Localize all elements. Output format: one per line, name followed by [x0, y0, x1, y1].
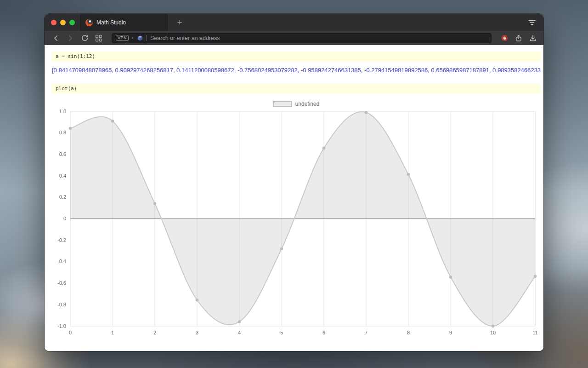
svg-text:-1.0: -1.0	[57, 323, 66, 329]
url-input[interactable]	[150, 35, 487, 41]
url-separator	[147, 35, 147, 41]
svg-text:10: 10	[490, 330, 496, 335]
new-tab-button[interactable]: +	[174, 18, 185, 27]
code-cell-input-1[interactable]: a = sin(1:12)	[52, 52, 541, 62]
svg-text:11: 11	[532, 330, 537, 335]
svg-text:5: 5	[280, 330, 283, 335]
svg-text:0.4: 0.4	[59, 173, 66, 178]
svg-text:4: 4	[238, 330, 241, 335]
svg-text:8: 8	[407, 330, 410, 335]
tab-list-icon[interactable]	[528, 18, 536, 27]
titlebar[interactable]: Math Studio +	[45, 14, 543, 31]
svg-text:1: 1	[111, 330, 114, 335]
vpn-badge[interactable]: VPN	[116, 35, 129, 41]
svg-text:2: 2	[153, 330, 156, 335]
legend-swatch	[273, 101, 292, 107]
legend-label: undefined	[295, 101, 320, 107]
tab-math-studio[interactable]: Math Studio	[80, 14, 168, 31]
cell-output-array: [0.8414709848078965, 0.9092974268256817,…	[52, 66, 541, 75]
forward-button[interactable]	[66, 34, 74, 42]
svg-text:0: 0	[63, 216, 66, 221]
close-window-button[interactable]	[51, 20, 57, 25]
minimize-window-button[interactable]	[60, 20, 66, 25]
tab-title: Math Studio	[96, 19, 126, 26]
plot-area: undefined 1.00.80.60.40.20-0.2-0.4-0.6-0…	[52, 100, 541, 340]
svg-text:0.2: 0.2	[59, 194, 66, 200]
desktop-background: Math Studio + VPN	[0, 0, 588, 368]
svg-text:3: 3	[196, 330, 198, 335]
url-bar[interactable]: VPN	[112, 33, 492, 43]
navbar: VPN	[45, 31, 543, 45]
svg-text:0.8: 0.8	[59, 130, 66, 135]
share-icon[interactable]	[514, 34, 523, 42]
svg-text:0: 0	[69, 330, 72, 335]
svg-text:6: 6	[322, 330, 325, 335]
download-icon[interactable]	[529, 34, 537, 42]
math-studio-favicon-icon	[85, 19, 93, 26]
plot-legend[interactable]: undefined	[52, 100, 541, 108]
dot-separator	[132, 37, 133, 39]
apps-grid-icon[interactable]	[95, 34, 103, 42]
svg-text:7: 7	[365, 330, 368, 335]
browser-window: Math Studio + VPN	[45, 14, 543, 351]
svg-text:9: 9	[449, 330, 452, 335]
svg-text:-0.2: -0.2	[57, 237, 66, 243]
code-cell-input-2[interactable]: plot(a)	[52, 84, 541, 94]
back-button[interactable]	[52, 34, 60, 42]
adblock-icon[interactable]	[500, 34, 509, 42]
page-content: a = sin(1:12) [0.8414709848078965, 0.909…	[45, 45, 543, 351]
zoom-window-button[interactable]	[69, 20, 75, 25]
svg-text:-0.6: -0.6	[57, 280, 66, 286]
extension-cube-icon[interactable]	[136, 34, 143, 41]
reload-button[interactable]	[80, 34, 89, 42]
traffic-lights	[45, 20, 75, 25]
svg-text:-0.4: -0.4	[57, 259, 66, 264]
svg-text:1.0: 1.0	[59, 109, 66, 114]
svg-text:0.6: 0.6	[59, 151, 66, 157]
svg-text:-0.8: -0.8	[57, 302, 66, 307]
plot-svg: 1.00.80.60.40.20-0.2-0.4-0.6-0.8-1.00123…	[52, 109, 541, 340]
